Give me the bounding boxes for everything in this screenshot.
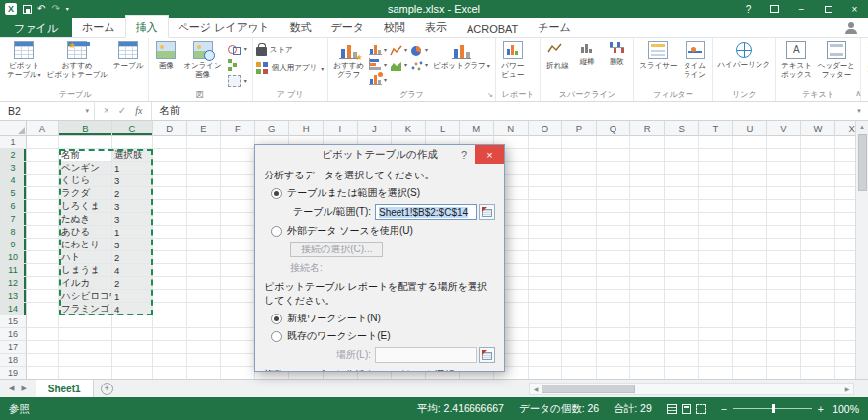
- cell-Q7[interactable]: [597, 213, 631, 226]
- cell-W11[interactable]: [801, 264, 835, 277]
- cell-F17[interactable]: [221, 341, 255, 354]
- cell-P15[interactable]: [562, 315, 597, 328]
- row-header-4[interactable]: 4: [0, 175, 27, 187]
- cell-B14[interactable]: フラミンゴ: [59, 303, 112, 315]
- column-header-V[interactable]: V: [767, 121, 802, 136]
- cell-W19[interactable]: [801, 367, 835, 379]
- cell-E13[interactable]: [187, 290, 222, 303]
- cell-U8[interactable]: [733, 226, 767, 239]
- cell-O9[interactable]: [529, 239, 563, 251]
- radio-existing-worksheet[interactable]: 既存のワークシート(E): [271, 329, 495, 343]
- cell-D6[interactable]: [153, 200, 187, 213]
- cell-S8[interactable]: [665, 226, 699, 239]
- cell-F10[interactable]: [221, 251, 255, 264]
- row-header-18[interactable]: 18: [0, 354, 27, 367]
- cell-F19[interactable]: [221, 367, 255, 379]
- previous-sheet-icon[interactable]: ◀: [9, 385, 14, 392]
- cell-S11[interactable]: [665, 264, 699, 277]
- cell-U12[interactable]: [733, 277, 767, 290]
- cell-A1[interactable]: [27, 136, 59, 149]
- cell-R17[interactable]: [630, 341, 665, 354]
- column-header-S[interactable]: S: [665, 121, 699, 136]
- cell-R14[interactable]: [630, 303, 665, 315]
- cell-A9[interactable]: [27, 239, 59, 251]
- cell-V17[interactable]: [767, 341, 802, 354]
- cell-U4[interactable]: [733, 175, 767, 187]
- row-header-2[interactable]: 2: [0, 149, 27, 162]
- cell-B15[interactable]: [59, 315, 112, 328]
- row-header-12[interactable]: 12: [0, 277, 27, 290]
- cell-Q13[interactable]: [597, 290, 631, 303]
- column-header-M[interactable]: M: [460, 121, 494, 136]
- cell-T12[interactable]: [699, 277, 734, 290]
- cell-P12[interactable]: [562, 277, 597, 290]
- cell-S3[interactable]: [665, 162, 699, 175]
- next-sheet-icon[interactable]: ▶: [21, 385, 26, 392]
- cell-U15[interactable]: [733, 315, 767, 328]
- cell-P1[interactable]: [562, 136, 597, 149]
- cell-T11[interactable]: [699, 264, 734, 277]
- cell-V14[interactable]: [767, 303, 802, 315]
- cell-F15[interactable]: [221, 315, 255, 328]
- cell-A12[interactable]: [27, 277, 59, 290]
- cell-S13[interactable]: [665, 290, 699, 303]
- column-header-N[interactable]: N: [494, 121, 529, 136]
- row-header-6[interactable]: 6: [0, 200, 27, 213]
- insert-column-chart-button[interactable]: ▾: [369, 42, 387, 56]
- cell-T18[interactable]: [699, 354, 734, 367]
- cell-S1[interactable]: [665, 136, 699, 149]
- tab-file[interactable]: ファイル: [0, 18, 72, 37]
- cell-V4[interactable]: [767, 175, 802, 187]
- stat-[interactable]: 合計: 29: [614, 402, 652, 416]
- cell-B11[interactable]: しまうま: [59, 264, 112, 277]
- cell-T19[interactable]: [699, 367, 734, 379]
- text-box-button[interactable]: テキストボックス: [778, 38, 815, 89]
- insert-other-charts-button[interactable]: ▾: [369, 72, 387, 86]
- cell-R18[interactable]: [630, 354, 665, 367]
- cell-V2[interactable]: [767, 149, 802, 162]
- cell-R10[interactable]: [630, 251, 665, 264]
- cell-A11[interactable]: [27, 264, 59, 277]
- cell-Q9[interactable]: [597, 239, 631, 251]
- cell-F13[interactable]: [221, 290, 255, 303]
- cell-E16[interactable]: [187, 328, 222, 341]
- cell-V9[interactable]: [767, 239, 802, 251]
- cell-U17[interactable]: [733, 341, 767, 354]
- cell-U11[interactable]: [733, 264, 767, 277]
- cell-V12[interactable]: [767, 277, 802, 290]
- timeline-button[interactable]: タイムライン: [681, 38, 710, 89]
- cell-T16[interactable]: [699, 328, 734, 341]
- cell-P13[interactable]: [562, 290, 597, 303]
- tab-review[interactable]: 校閲: [374, 16, 415, 37]
- qat-customize-button[interactable]: ▾: [66, 6, 69, 12]
- cell-T1[interactable]: [699, 136, 734, 149]
- collapse-ribbon-button[interactable]: ∧: [855, 89, 861, 98]
- cell-S2[interactable]: [665, 149, 699, 162]
- cell-W1[interactable]: [801, 136, 835, 149]
- cell-O7[interactable]: [529, 213, 563, 226]
- cell-R6[interactable]: [630, 200, 665, 213]
- cell-V15[interactable]: [767, 315, 802, 328]
- cell-F6[interactable]: [221, 200, 255, 213]
- help-button[interactable]: ?: [735, 0, 761, 18]
- cell-P2[interactable]: [562, 149, 597, 162]
- cell-D7[interactable]: [153, 213, 187, 226]
- cell-C9[interactable]: 3: [112, 239, 153, 251]
- row-header-14[interactable]: 14: [0, 303, 27, 315]
- cell-C2[interactable]: 選択肢: [112, 149, 153, 162]
- cell-T9[interactable]: [699, 239, 734, 251]
- cell-D16[interactable]: [153, 328, 187, 341]
- table-range-input[interactable]: Sheet1!$B$2:$C$14: [375, 204, 477, 220]
- row-header-1[interactable]: 1: [0, 136, 27, 149]
- cell-T5[interactable]: [699, 187, 734, 200]
- zoom-slider-thumb[interactable]: [772, 404, 775, 413]
- cell-V10[interactable]: [767, 251, 802, 264]
- cell-C19[interactable]: [112, 367, 153, 379]
- cell-R15[interactable]: [630, 315, 665, 328]
- cell-V13[interactable]: [767, 290, 802, 303]
- cell-F8[interactable]: [221, 226, 255, 239]
- cell-S4[interactable]: [665, 175, 699, 187]
- cell-B16[interactable]: [59, 328, 112, 341]
- cell-F2[interactable]: [221, 149, 255, 162]
- cell-Q2[interactable]: [597, 149, 631, 162]
